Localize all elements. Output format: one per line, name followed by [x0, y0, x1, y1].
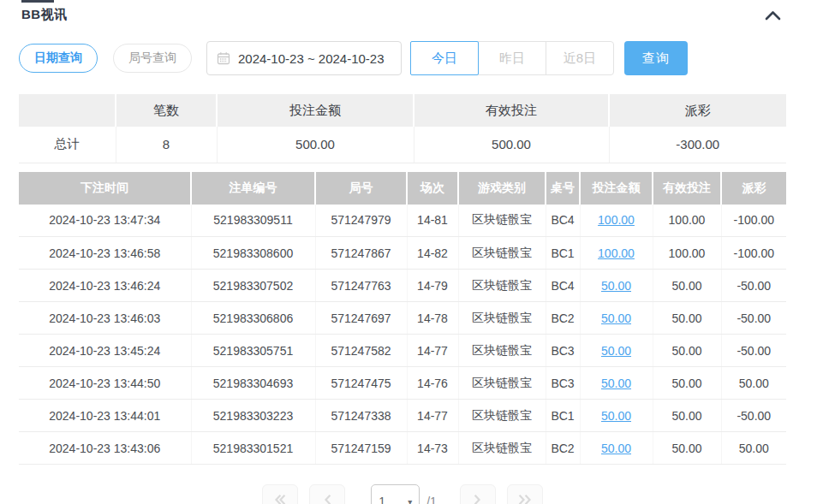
cell-valid-bet: 100.00 [653, 205, 721, 237]
records-table: 下注时间 注单编号 局号 场次 游戏类别 桌号 投注金额 有效投注 派彩 202… [19, 172, 786, 465]
cell-game-type: 区块链骰宝 [458, 400, 546, 432]
date-query-tab[interactable]: 日期查询 [19, 44, 98, 73]
cell-round-no: 571247763 [315, 270, 407, 302]
cell-payout: -50.00 [721, 302, 786, 335]
cell-round-no: 571247159 [315, 432, 407, 465]
cell-bet-time: 2024-10-23 13:44:01 [19, 400, 191, 432]
cell-session: 14-82 [407, 237, 458, 270]
chevron-up-icon [765, 10, 781, 23]
cell-order-no: 521983304693 [191, 367, 315, 400]
summary-header-payout: 派彩 [609, 94, 786, 127]
cell-valid-bet: 50.00 [653, 400, 721, 432]
cell-table-no: BC2 [546, 432, 580, 465]
cell-game-type: 区块链骰宝 [458, 302, 546, 335]
summary-total-payout: -300.00 [609, 127, 786, 163]
records-body: 2024-10-23 13:47:34 521983309511 5712479… [19, 205, 786, 465]
summary-header-row: 笔数 投注金额 有效投注 派彩 [19, 94, 786, 127]
bet-amount-link[interactable]: 50.00 [601, 409, 631, 423]
double-chevron-right-icon [518, 494, 532, 504]
bet-amount-link[interactable]: 50.00 [601, 344, 631, 358]
cell-bet-time: 2024-10-23 13:47:34 [19, 205, 191, 237]
cell-bet-time: 2024-10-23 13:43:06 [19, 432, 191, 465]
cell-bet-amount: 50.00 [580, 335, 653, 367]
last-page-button[interactable] [507, 484, 543, 504]
cell-round-no: 571247867 [315, 237, 407, 270]
cell-payout: -100.00 [721, 237, 786, 270]
filter-row: 日期查询 局号查询 2024-10-23 ~ 2024-10-23 今日 昨日 [19, 41, 786, 75]
cell-session: 14-73 [407, 432, 458, 465]
cell-payout: -50.00 [721, 400, 786, 432]
cell-game-type: 区块链骰宝 [458, 367, 546, 400]
table-row: 2024-10-23 13:45:24 521983305751 5712475… [19, 335, 786, 367]
table-row: 2024-10-23 13:44:01 521983303223 5712473… [19, 400, 786, 432]
cell-table-no: BC3 [546, 367, 580, 400]
summary-header-count: 笔数 [116, 94, 217, 127]
cell-order-no: 521983309511 [191, 205, 315, 237]
cell-session: 14-76 [407, 367, 458, 400]
cell-session: 14-77 [407, 400, 458, 432]
cell-game-type: 区块链骰宝 [458, 270, 546, 302]
quick-yesterday-button[interactable]: 昨日 [478, 41, 546, 75]
cell-payout: -50.00 [721, 335, 786, 367]
cell-bet-amount: 50.00 [580, 302, 653, 335]
cell-bet-time: 2024-10-23 13:46:58 [19, 237, 191, 270]
bet-amount-link[interactable]: 100.00 [598, 213, 635, 227]
quick-last8days-button[interactable]: 近8日 [546, 41, 614, 75]
bet-amount-link[interactable]: 50.00 [601, 279, 631, 293]
table-row: 2024-10-23 13:44:50 521983304693 5712474… [19, 367, 786, 400]
cell-table-no: BC4 [546, 205, 580, 237]
cell-payout: -50.00 [721, 270, 786, 302]
panel-header: BB视讯 [19, 0, 786, 23]
bet-amount-link[interactable]: 100.00 [598, 246, 635, 260]
cell-bet-amount: 50.00 [580, 270, 653, 302]
summary-header-bet-amount: 投注金额 [217, 94, 414, 127]
header-session: 场次 [407, 172, 458, 205]
page-select-value: 1 [379, 495, 385, 504]
header-valid-bet: 有效投注 [653, 172, 721, 205]
collapse-button[interactable] [763, 9, 783, 22]
cell-valid-bet: 50.00 [653, 270, 721, 302]
prev-page-button[interactable] [309, 484, 345, 504]
page-select[interactable]: 1 ▾ [371, 484, 420, 504]
next-page-button[interactable] [460, 484, 496, 504]
cell-valid-bet: 100.00 [653, 237, 721, 270]
cell-round-no: 571247979 [315, 205, 407, 237]
summary-table: 笔数 投注金额 有效投注 派彩 总计 8 500.00 500.00 -300.… [19, 94, 786, 163]
first-page-button[interactable] [262, 484, 298, 504]
cell-game-type: 区块链骰宝 [458, 237, 546, 270]
summary-header-blank [19, 94, 116, 127]
summary-total-count: 8 [116, 127, 217, 163]
round-query-tab[interactable]: 局号查询 [113, 44, 192, 73]
table-row: 2024-10-23 13:46:24 521983307502 5712477… [19, 270, 786, 302]
date-range-input[interactable]: 2024-10-23 ~ 2024-10-23 [206, 41, 402, 75]
cell-bet-time: 2024-10-23 13:44:50 [19, 367, 191, 400]
cell-round-no: 571247475 [315, 367, 407, 400]
cell-order-no: 521983305751 [191, 335, 315, 367]
cell-table-no: BC2 [546, 302, 580, 335]
cell-round-no: 571247582 [315, 335, 407, 367]
cell-bet-time: 2024-10-23 13:45:24 [19, 335, 191, 367]
calendar-icon [217, 51, 230, 65]
total-pages-label: /1 [426, 484, 437, 504]
cell-bet-amount: 100.00 [580, 237, 653, 270]
summary-total-bet-amount: 500.00 [217, 127, 414, 163]
quick-today-button[interactable]: 今日 [410, 41, 479, 75]
cell-session: 14-79 [407, 270, 458, 302]
bet-amount-link[interactable]: 50.00 [601, 311, 631, 325]
header-table-no: 桌号 [546, 172, 580, 205]
header-game-type: 游戏类别 [458, 172, 546, 205]
bet-amount-link[interactable]: 50.00 [601, 377, 631, 390]
cell-valid-bet: 50.00 [653, 335, 721, 367]
cell-bet-time: 2024-10-23 13:46:03 [19, 302, 191, 335]
cell-round-no: 571247338 [315, 400, 407, 432]
header-bet-amount: 投注金额 [580, 172, 653, 205]
pagination: 1 ▾ /1 [19, 484, 786, 504]
panel-title: BB视讯 [21, 7, 68, 23]
chevron-down-icon: ▾ [408, 497, 412, 504]
bet-amount-link[interactable]: 50.00 [601, 442, 631, 455]
cell-session: 14-77 [407, 335, 458, 367]
search-button[interactable]: 查询 [624, 41, 688, 75]
cell-bet-amount: 50.00 [580, 400, 653, 432]
bb-video-panel: BB视讯 日期查询 局号查询 [0, 0, 817, 504]
chevron-right-icon [474, 494, 482, 504]
